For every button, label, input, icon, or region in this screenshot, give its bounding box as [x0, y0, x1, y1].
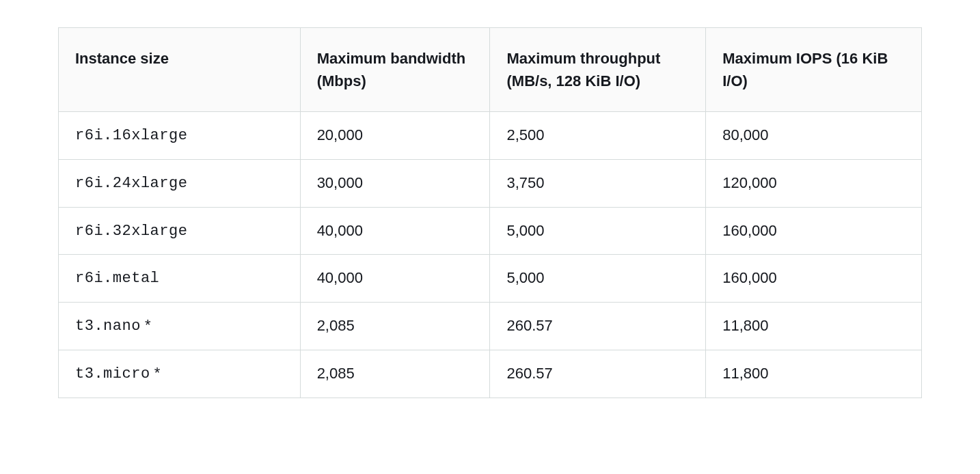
- cell-throughput: 5,000: [490, 207, 706, 255]
- cell-bandwidth: 2,085: [300, 350, 490, 398]
- cell-bandwidth: 40,000: [300, 255, 490, 303]
- cell-instance-size: r6i.24xlarge: [59, 159, 301, 207]
- instance-name: r6i.32xlarge: [75, 223, 187, 240]
- table-row: t3.micro * 2,085 260.57 11,800: [59, 350, 922, 398]
- instance-name: r6i.16xlarge: [75, 127, 187, 144]
- instance-name: t3.nano: [75, 318, 141, 335]
- cell-bandwidth: 40,000: [300, 207, 490, 255]
- cell-iops: 160,000: [706, 207, 922, 255]
- cell-instance-size: t3.nano *: [59, 303, 301, 350]
- table-row: t3.nano * 2,085 260.57 11,800: [59, 303, 922, 350]
- cell-throughput: 260.57: [490, 350, 706, 398]
- header-bandwidth: Maximum bandwidth (Mbps): [300, 28, 490, 112]
- instance-name: r6i.metal: [75, 270, 159, 287]
- instance-name: t3.micro: [75, 365, 150, 382]
- cell-throughput: 2,500: [490, 112, 706, 160]
- table-header-row: Instance size Maximum bandwidth (Mbps) M…: [59, 28, 922, 112]
- header-throughput: Maximum throughput (MB/s, 128 KiB I/O): [490, 28, 706, 112]
- instance-specs-table: Instance size Maximum bandwidth (Mbps) M…: [58, 27, 922, 398]
- table-row: r6i.24xlarge 30,000 3,750 120,000: [59, 159, 922, 207]
- instance-suffix: *: [150, 364, 161, 381]
- cell-instance-size: t3.micro *: [59, 350, 301, 398]
- table-row: r6i.metal 40,000 5,000 160,000: [59, 255, 922, 303]
- cell-iops: 160,000: [706, 255, 922, 303]
- cell-instance-size: r6i.32xlarge: [59, 207, 301, 255]
- table-row: r6i.16xlarge 20,000 2,500 80,000: [59, 112, 922, 160]
- cell-iops: 11,800: [706, 303, 922, 350]
- instance-suffix: *: [141, 316, 151, 333]
- cell-iops: 80,000: [706, 112, 922, 160]
- instance-name: r6i.24xlarge: [75, 175, 187, 192]
- cell-bandwidth: 20,000: [300, 112, 490, 160]
- header-iops: Maximum IOPS (16 KiB I/O): [706, 28, 922, 112]
- header-instance-size: Instance size: [59, 28, 301, 112]
- cell-bandwidth: 2,085: [300, 303, 490, 350]
- cell-throughput: 5,000: [490, 255, 706, 303]
- cell-iops: 120,000: [706, 159, 922, 207]
- cell-throughput: 260.57: [490, 303, 706, 350]
- cell-throughput: 3,750: [490, 159, 706, 207]
- cell-iops: 11,800: [706, 350, 922, 398]
- cell-bandwidth: 30,000: [300, 159, 490, 207]
- cell-instance-size: r6i.16xlarge: [59, 112, 301, 160]
- table-row: r6i.32xlarge 40,000 5,000 160,000: [59, 207, 922, 255]
- cell-instance-size: r6i.metal: [59, 255, 301, 303]
